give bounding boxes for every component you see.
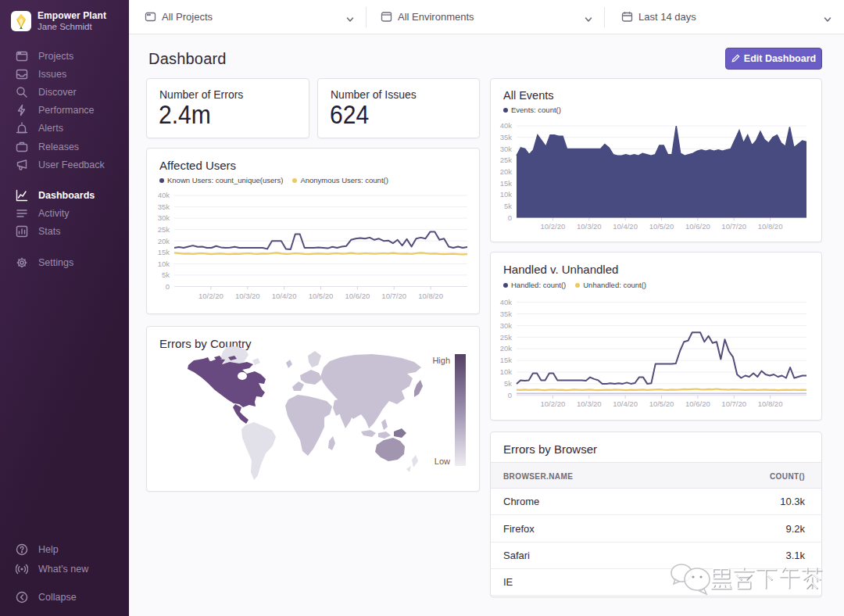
svg-text:25k: 25k xyxy=(500,333,513,342)
svg-text:40k: 40k xyxy=(500,121,513,130)
svg-text:10/7/20: 10/7/20 xyxy=(721,222,746,231)
svg-text:10/3/20: 10/3/20 xyxy=(577,399,602,408)
svg-text:35k: 35k xyxy=(158,202,170,211)
svg-text:25k: 25k xyxy=(500,156,513,164)
svg-text:10k: 10k xyxy=(158,260,170,268)
svg-text:20k: 20k xyxy=(158,237,170,245)
svg-text:5k: 5k xyxy=(504,202,512,210)
svg-text:30k: 30k xyxy=(500,321,513,330)
svg-text:10/2/20: 10/2/20 xyxy=(541,222,566,231)
svg-text:10/8/20: 10/8/20 xyxy=(758,399,783,408)
svg-text:35k: 35k xyxy=(500,133,513,141)
svg-text:35k: 35k xyxy=(500,310,513,318)
svg-text:10/4/20: 10/4/20 xyxy=(613,222,638,231)
svg-text:10/7/20: 10/7/20 xyxy=(381,292,406,300)
svg-text:10/8/20: 10/8/20 xyxy=(418,292,443,300)
svg-text:10/6/20: 10/6/20 xyxy=(685,222,710,231)
svg-text:10/4/20: 10/4/20 xyxy=(613,399,638,408)
svg-text:10/2/20: 10/2/20 xyxy=(198,292,224,300)
svg-text:10/3/20: 10/3/20 xyxy=(577,222,602,231)
svg-text:Low: Low xyxy=(435,457,450,466)
svg-text:5k: 5k xyxy=(162,270,170,279)
svg-text:10/8/20: 10/8/20 xyxy=(758,222,783,231)
svg-text:10/7/20: 10/7/20 xyxy=(721,399,746,408)
svg-text:0: 0 xyxy=(508,391,512,399)
svg-text:10/4/20: 10/4/20 xyxy=(272,292,297,300)
svg-text:30k: 30k xyxy=(158,213,170,222)
svg-text:15k: 15k xyxy=(500,179,513,188)
svg-text:10k: 10k xyxy=(500,367,513,376)
svg-text:40k: 40k xyxy=(500,298,513,306)
svg-text:20k: 20k xyxy=(500,344,513,353)
svg-text:25k: 25k xyxy=(158,225,170,234)
svg-text:10k: 10k xyxy=(500,190,513,199)
svg-text:40k: 40k xyxy=(158,191,170,199)
svg-text:30k: 30k xyxy=(500,145,513,153)
svg-text:10/5/20: 10/5/20 xyxy=(309,292,334,300)
svg-text:10/2/20: 10/2/20 xyxy=(541,399,566,408)
svg-text:5k: 5k xyxy=(504,379,512,388)
svg-text:10/6/20: 10/6/20 xyxy=(345,292,370,300)
svg-text:10/5/20: 10/5/20 xyxy=(649,399,674,408)
svg-text:0: 0 xyxy=(508,213,512,222)
svg-text:15k: 15k xyxy=(500,356,513,364)
svg-text:10/6/20: 10/6/20 xyxy=(685,399,710,408)
svg-text:20k: 20k xyxy=(500,167,513,176)
svg-text:15k: 15k xyxy=(158,248,170,256)
svg-text:10/5/20: 10/5/20 xyxy=(649,222,674,231)
svg-text:10/3/20: 10/3/20 xyxy=(235,292,260,300)
svg-text:0: 0 xyxy=(166,282,170,291)
svg-text:High: High xyxy=(432,356,450,365)
